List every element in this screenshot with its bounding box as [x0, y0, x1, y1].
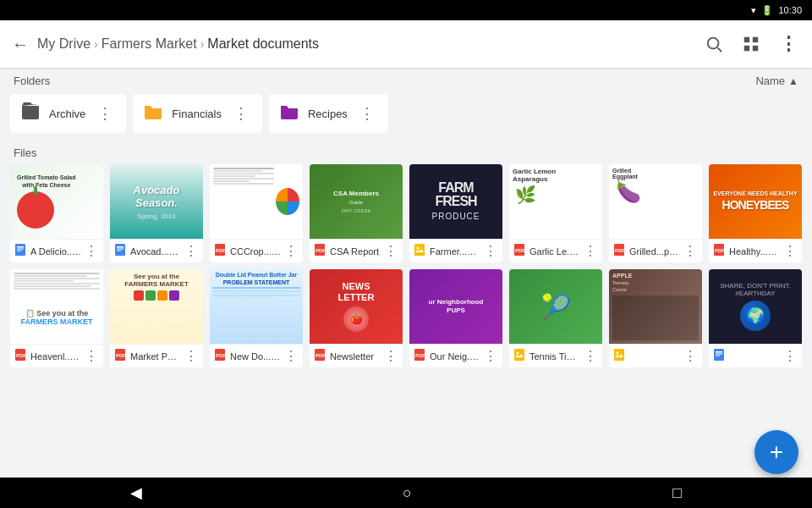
nav-back-button[interactable]: ◀: [117, 480, 156, 505]
time: 10:30: [778, 5, 802, 15]
svg-rect-3: [753, 37, 758, 42]
breadcrumb-sep2: ›: [200, 37, 205, 51]
file-card-3[interactable]: CSA MembersGuide DRY CREEK PDF CSA Repor…: [310, 164, 403, 262]
file-card-13[interactable]: 🎾 Tennis Time.jpg ⋮: [509, 269, 602, 367]
sort-control[interactable]: Name ▲: [755, 75, 798, 87]
file-thumb-10: Double Lid Peanut Butter Jar PROBLEM STA…: [210, 269, 303, 344]
breadcrumb-root[interactable]: My Drive: [37, 36, 91, 52]
folder-archive[interactable]: Archive ⋮: [10, 94, 126, 133]
nav-home-button[interactable]: ○: [389, 481, 425, 505]
nav-recents-button[interactable]: □: [659, 481, 695, 505]
file-more-7[interactable]: ⋮: [783, 243, 797, 259]
folder-name-archive: Archive: [49, 108, 85, 120]
search-button[interactable]: [697, 27, 731, 61]
file-card-9[interactable]: See you at theFARMERS MARKET PDF Market …: [110, 269, 203, 367]
svg-point-40: [617, 352, 619, 355]
file-more-2[interactable]: ⋮: [284, 243, 298, 259]
back-button[interactable]: ←: [3, 27, 37, 61]
file-more-6[interactable]: ⋮: [683, 243, 697, 259]
file-thumb-15: SHARE, DON'T PRINT. #EARTHDAY 🌍: [709, 269, 802, 344]
file-thumb-7: EVERYONE NEEDS HEALTHYHONEYBEES: [709, 164, 802, 239]
svg-rect-10: [17, 251, 21, 251]
file-card-4[interactable]: FARMFRESHPRODUCE Farmer...ket.JPG ⋮: [409, 164, 502, 262]
file-more-10[interactable]: ⋮: [284, 348, 298, 364]
file-footer-12: PDF Our Neig...d Pups ⋮: [409, 344, 502, 367]
file-more-4[interactable]: ⋮: [484, 243, 497, 259]
file-type-icon-8: PDF: [15, 349, 27, 363]
svg-rect-14: [117, 251, 121, 251]
file-card-0[interactable]: Grilled Tomato Saladwith Feta Cheese: [10, 164, 103, 262]
files-grid: Grilled Tomato Saladwith Feta Cheese: [10, 161, 802, 374]
file-more-14[interactable]: ⋮: [683, 348, 697, 364]
fab-button[interactable]: +: [754, 430, 798, 474]
file-card-8[interactable]: 📋 See you at theFARMERS MARKET PDF Heave…: [10, 269, 103, 367]
folder-recipes[interactable]: Recipes ⋮: [269, 94, 388, 133]
file-thumb-0: Grilled Tomato Saladwith Feta Cheese: [10, 164, 103, 239]
file-more-13[interactable]: ⋮: [584, 348, 597, 364]
file-card-6[interactable]: GrilledEggplant 🍆 PDF Grilled...plant23: [609, 164, 702, 262]
grid-view-button[interactable]: [734, 27, 768, 61]
svg-rect-8: [17, 246, 24, 248]
svg-line-1: [718, 48, 722, 52]
breadcrumb-parent[interactable]: Farmers Market: [102, 36, 197, 52]
file-thumb-2: [210, 164, 303, 239]
file-thumb-13: 🎾: [509, 269, 602, 344]
folder-more-archive[interactable]: ⋮: [94, 102, 116, 124]
svg-rect-9: [17, 249, 24, 250]
file-footer-7: PDF Healthy...ntation ⋮: [709, 239, 802, 262]
folders-label: Folders: [14, 75, 50, 87]
svg-rect-39: [614, 349, 624, 361]
svg-text:PDF: PDF: [216, 248, 225, 253]
file-card-7[interactable]: EVERYONE NEEDS HEALTHYHONEYBEES PDF Heal…: [709, 164, 802, 262]
svg-rect-42: [716, 351, 722, 353]
file-type-icon-1: [115, 244, 127, 258]
file-card-12[interactable]: ur NeighborhoodPUPS PDF Our Neig...d Pup…: [409, 269, 502, 367]
file-name-13: Tennis Time.jpg: [529, 351, 580, 362]
file-type-icon-10: PDF: [215, 349, 227, 363]
folders-header: Folders Name ▲: [0, 68, 812, 91]
file-more-5[interactable]: ⋮: [584, 243, 597, 259]
file-card-5[interactable]: Garlic LemonAsparagus 🌿 PDF: [509, 164, 602, 262]
more-icon: ⋮: [779, 33, 798, 55]
file-card-10[interactable]: Double Lid Peanut Butter Jar PROBLEM STA…: [210, 269, 303, 367]
svg-point-20: [417, 247, 420, 250]
file-card-1[interactable]: AvocadoSeason. Spring, 2016 Avocad...Sea…: [110, 164, 203, 262]
file-name-3: CSA Report: [330, 246, 381, 257]
file-more-11[interactable]: ⋮: [384, 348, 398, 364]
file-thumb-3: CSA MembersGuide DRY CREEK: [310, 164, 403, 239]
file-footer-2: PDF CCCrop...ons.pdf ⋮: [210, 239, 303, 262]
file-more-9[interactable]: ⋮: [184, 348, 198, 364]
nav-recents-icon: □: [672, 484, 682, 501]
file-name-6: Grilled...plant23: [629, 246, 680, 257]
svg-point-0: [708, 38, 719, 49]
file-type-icon-14: [614, 349, 626, 363]
svg-rect-12: [117, 246, 123, 248]
more-options-button[interactable]: ⋮: [771, 27, 805, 61]
folder-financials[interactable]: Financials ⋮: [133, 94, 262, 133]
folder-more-financials[interactable]: ⋮: [230, 102, 252, 124]
file-type-icon-15: [714, 349, 726, 363]
svg-text:PDF: PDF: [116, 353, 125, 358]
file-card-15[interactable]: SHARE, DON'T PRINT. #EARTHDAY 🌍 ⋮: [709, 269, 802, 367]
file-more-8[interactable]: ⋮: [85, 348, 98, 364]
file-more-12[interactable]: ⋮: [484, 348, 497, 364]
svg-rect-37: [514, 349, 524, 361]
file-thumb-14: Apple Tomato Carrot: [609, 269, 702, 344]
folder-more-recipes[interactable]: ⋮: [356, 102, 378, 124]
file-thumb-1: AvocadoSeason. Spring, 2016: [110, 164, 203, 239]
svg-rect-19: [414, 244, 425, 256]
file-more-15[interactable]: ⋮: [783, 348, 797, 364]
file-card-11[interactable]: NEWSLETTER 🍅 PDF Newsletter ⋮: [310, 269, 403, 367]
file-card-14[interactable]: Apple Tomato Carrot ⋮: [609, 269, 702, 367]
file-more-3[interactable]: ⋮: [384, 243, 398, 259]
wifi-icon: ▾: [751, 5, 756, 16]
files-header: Files: [0, 140, 812, 161]
files-section: Grilled Tomato Saladwith Feta Cheese: [0, 161, 812, 374]
file-more-1[interactable]: ⋮: [184, 243, 198, 259]
file-name-9: Market Poster: [130, 351, 181, 362]
file-more-0[interactable]: ⋮: [85, 243, 98, 259]
file-footer-9: PDF Market Poster ⋮: [110, 344, 203, 367]
file-card-2[interactable]: PDF CCCrop...ons.pdf ⋮: [210, 164, 303, 262]
svg-rect-44: [716, 356, 720, 356]
file-thumb-8: 📋 See you at theFARMERS MARKET: [10, 269, 103, 344]
